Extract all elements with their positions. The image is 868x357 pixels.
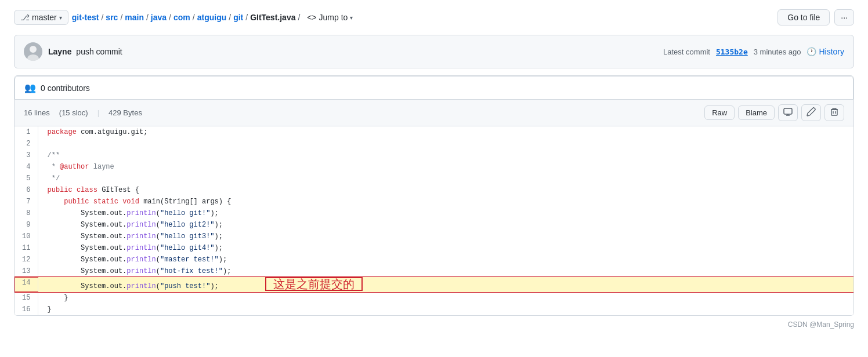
table-row: 10 System.out.println("hello git3!"); — [15, 231, 853, 242]
line-number: 1 — [15, 126, 38, 138]
file-lines: 16 lines — [24, 108, 50, 117]
sep3: / — [146, 13, 149, 22]
contributors-count: 0 contributors — [41, 83, 90, 93]
branch-icon: ⎇ — [20, 13, 30, 22]
jump-to-button[interactable]: <> Jump to ▾ — [302, 10, 357, 24]
line-number: 16 — [15, 304, 38, 315]
breadcrumb-src[interactable]: src — [106, 13, 118, 22]
file-toolbar: 16 lines (15 sloc) | 429 Bytes Raw Blame — [15, 100, 853, 126]
line-content: } — [38, 292, 853, 304]
commit-action: push commit — [76, 47, 122, 56]
line-number: 10 — [15, 231, 38, 242]
table-row: 3/** — [15, 150, 853, 161]
watermark: CSDN @Man_Spring — [14, 316, 854, 333]
branch-selector[interactable]: ⎇ master ▾ — [14, 10, 68, 25]
top-bar: ⎇ master ▾ git-test / src / main / java … — [14, 9, 854, 26]
table-row: 5 */ — [15, 173, 853, 184]
line-content: System.out.println("hello git2!"); — [38, 219, 853, 231]
line-content: */ — [38, 173, 853, 184]
jump-chevron-icon: ▾ — [350, 14, 353, 21]
commit-time: 3 minutes ago — [754, 48, 801, 56]
table-row: 13 System.out.println("hot-fix test!"); — [15, 265, 853, 277]
history-button[interactable]: 🕐 History — [806, 47, 844, 56]
commit-author: Layne — [48, 47, 71, 56]
breadcrumb-com[interactable]: com — [173, 13, 190, 22]
file-sloc: (15 sloc) — [59, 108, 88, 117]
commit-info-right: Latest commit 5135b2e 3 minutes ago 🕐 Hi… — [663, 47, 844, 56]
line-number: 14 — [15, 277, 38, 292]
line-number: 7 — [15, 196, 38, 207]
sep5: / — [193, 13, 195, 22]
branch-chevron-icon: ▾ — [59, 14, 62, 21]
breadcrumb-git[interactable]: git — [233, 13, 243, 22]
line-content: package com.atguigu.git; — [38, 126, 853, 138]
branch-name: master — [32, 13, 57, 22]
line-number: 4 — [15, 161, 38, 173]
sep8: / — [298, 13, 300, 22]
line-content: System.out.println("hello git3!"); — [38, 231, 853, 242]
breadcrumb-repo[interactable]: git-test — [72, 13, 99, 22]
contributors-icon: 👥 — [24, 82, 36, 93]
commit-author-message: Layne push commit — [48, 47, 122, 56]
table-row: 14 System.out.println("push test!");这是之前… — [15, 277, 853, 292]
table-row: 7 public static void main(String[] args)… — [15, 196, 853, 207]
line-number: 6 — [15, 184, 38, 196]
breadcrumb-filename: GItTest.java — [250, 13, 295, 22]
line-number: 15 — [15, 292, 38, 304]
file-size: 429 Bytes — [108, 108, 142, 117]
blame-button[interactable]: Blame — [738, 105, 775, 120]
commit-banner: Layne push commit Latest commit 5135b2e … — [14, 35, 854, 68]
line-number: 5 — [15, 173, 38, 184]
table-row: 15 } — [15, 292, 853, 304]
table-row: 16} — [15, 304, 853, 315]
sep6: / — [229, 13, 231, 22]
file-meta: 16 lines (15 sloc) | 429 Bytes — [24, 108, 142, 117]
table-row: 9 System.out.println("hello git2!"); — [15, 219, 853, 231]
table-row: 11 System.out.println("hello git4!"); — [15, 242, 853, 254]
svg-rect-6 — [831, 110, 837, 115]
table-row: 8 System.out.println("hello git!"); — [15, 207, 853, 219]
edit-button[interactable] — [801, 104, 821, 121]
more-options-button[interactable]: ··· — [834, 9, 854, 26]
line-number: 8 — [15, 207, 38, 219]
delete-button[interactable] — [824, 104, 844, 121]
sep4: / — [169, 13, 171, 22]
line-number: 11 — [15, 242, 38, 254]
line-content: public class GItTest { — [38, 184, 853, 196]
breadcrumb-main[interactable]: main — [125, 13, 144, 22]
commit-hash[interactable]: 5135b2e — [716, 48, 748, 56]
table-row: 12 System.out.println("master test!"); — [15, 254, 853, 265]
go-to-file-button[interactable]: Go to file — [777, 9, 830, 26]
commit-info-left: Layne push commit — [24, 42, 122, 61]
code-table: 1package com.atguigu.git;23/**4 * @autho… — [15, 126, 853, 315]
line-content: public static void main(String[] args) { — [38, 196, 853, 207]
jump-to-label: <> Jump to — [307, 13, 348, 22]
line-content: /** — [38, 150, 853, 161]
table-row: 2 — [15, 138, 853, 150]
raw-button[interactable]: Raw — [704, 105, 735, 120]
line-number: 12 — [15, 254, 38, 265]
history-label: History — [819, 47, 844, 56]
breadcrumb-atguigu[interactable]: atguigu — [197, 13, 227, 22]
table-row: 4 * @author layne — [15, 161, 853, 173]
line-content: System.out.println("hello git4!"); — [38, 242, 853, 254]
meta-divider: | — [97, 108, 99, 117]
line-content — [38, 138, 853, 150]
line-number: 13 — [15, 265, 38, 277]
latest-commit-label: Latest commit — [663, 48, 710, 56]
line-content: * @author layne — [38, 161, 853, 173]
file-actions: Raw Blame — [704, 104, 844, 121]
line-content: } — [38, 304, 853, 315]
line-number: 2 — [15, 138, 38, 150]
line-number: 9 — [15, 219, 38, 231]
breadcrumb: git-test / src / main / java / com / atg… — [72, 10, 358, 24]
contributors-bar: 👥 0 contributors — [15, 76, 853, 100]
line-content: System.out.println("hot-fix test!"); — [38, 265, 853, 277]
display-button[interactable] — [778, 104, 798, 121]
top-actions: Go to file ··· — [777, 9, 854, 26]
line-number: 3 — [15, 150, 38, 161]
avatar — [24, 42, 42, 61]
breadcrumb-section: ⎇ master ▾ git-test / src / main / java … — [14, 10, 357, 25]
sep2: / — [120, 13, 122, 22]
breadcrumb-java[interactable]: java — [151, 13, 167, 22]
